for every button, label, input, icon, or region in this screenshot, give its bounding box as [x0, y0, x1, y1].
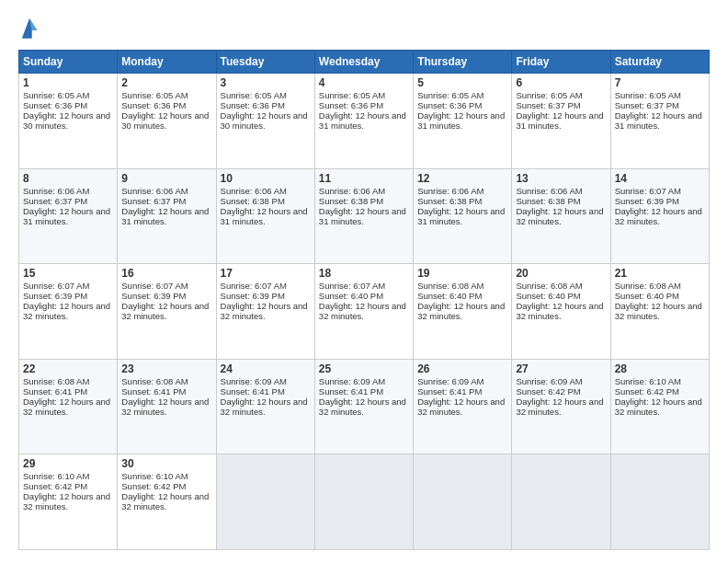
calendar-cell: 9Sunrise: 6:06 AMSunset: 6:37 PMDaylight…	[118, 168, 216, 264]
daylight-label: Daylight: 12 hours and 32 minutes.	[23, 301, 110, 321]
daylight-label: Daylight: 12 hours and 32 minutes.	[23, 396, 110, 417]
daylight-label: Daylight: 12 hours and 31 minutes.	[516, 110, 603, 131]
weekday-header: Monday	[118, 51, 216, 74]
day-number: 25	[319, 362, 409, 375]
calendar-cell: 20Sunrise: 6:08 AMSunset: 6:40 PMDayligh…	[512, 264, 610, 360]
sunrise-label: Sunrise: 6:05 AM	[121, 90, 188, 100]
sunrise-label: Sunrise: 6:06 AM	[23, 186, 89, 196]
sunset-label: Sunset: 6:37 PM	[23, 196, 87, 206]
daylight-label: Daylight: 12 hours and 31 minutes.	[417, 206, 505, 226]
sunrise-label: Sunrise: 6:07 AM	[121, 281, 188, 291]
sunrise-label: Sunrise: 6:09 AM	[221, 376, 287, 386]
sunset-label: Sunset: 6:40 PM	[417, 291, 482, 301]
daylight-label: Daylight: 12 hours and 32 minutes.	[121, 301, 209, 321]
calendar-cell: 18Sunrise: 6:07 AMSunset: 6:40 PMDayligh…	[314, 264, 413, 360]
daylight-label: Daylight: 12 hours and 32 minutes.	[319, 396, 406, 417]
sunset-label: Sunset: 6:38 PM	[516, 196, 580, 206]
sunrise-label: Sunrise: 6:07 AM	[221, 281, 287, 291]
day-number: 19	[417, 267, 507, 280]
daylight-label: Daylight: 12 hours and 30 minutes.	[121, 110, 209, 131]
sunrise-label: Sunrise: 6:09 AM	[417, 376, 483, 386]
daylight-label: Daylight: 12 hours and 32 minutes.	[516, 206, 603, 226]
sunset-label: Sunset: 6:36 PM	[221, 100, 285, 110]
day-number: 13	[516, 172, 606, 185]
calendar-cell: 22Sunrise: 6:08 AMSunset: 6:41 PMDayligh…	[19, 359, 118, 454]
sunset-label: Sunset: 6:36 PM	[121, 100, 186, 110]
weekday-header: Sunday	[19, 51, 118, 74]
daylight-label: Daylight: 12 hours and 32 minutes.	[615, 301, 702, 321]
daylight-label: Daylight: 12 hours and 32 minutes.	[615, 396, 702, 417]
day-number: 12	[417, 172, 507, 185]
sunrise-label: Sunrise: 6:07 AM	[23, 281, 89, 291]
day-number: 22	[23, 362, 113, 375]
sunset-label: Sunset: 6:37 PM	[121, 196, 186, 206]
daylight-label: Daylight: 12 hours and 32 minutes.	[121, 491, 209, 511]
day-number: 1	[23, 76, 113, 89]
sunrise-label: Sunrise: 6:05 AM	[23, 90, 89, 100]
day-number: 17	[221, 267, 311, 280]
daylight-label: Daylight: 12 hours and 32 minutes.	[319, 301, 406, 321]
daylight-label: Daylight: 12 hours and 31 minutes.	[221, 206, 308, 226]
sunset-label: Sunset: 6:41 PM	[417, 386, 482, 396]
sunrise-label: Sunrise: 6:08 AM	[516, 281, 582, 291]
day-number: 21	[615, 267, 705, 280]
daylight-label: Daylight: 12 hours and 31 minutes.	[615, 110, 702, 131]
sunrise-label: Sunrise: 6:07 AM	[319, 281, 385, 291]
sunset-label: Sunset: 6:38 PM	[417, 196, 482, 206]
day-number: 4	[319, 76, 409, 89]
day-number: 9	[121, 172, 211, 185]
sunset-label: Sunset: 6:36 PM	[417, 100, 482, 110]
sunrise-label: Sunrise: 6:09 AM	[319, 376, 385, 386]
day-number: 23	[121, 362, 211, 375]
calendar-cell: 1Sunrise: 6:05 AMSunset: 6:36 PMDaylight…	[19, 74, 118, 169]
calendar-cell: 14Sunrise: 6:07 AMSunset: 6:39 PMDayligh…	[610, 168, 709, 264]
sunset-label: Sunset: 6:41 PM	[221, 386, 285, 396]
calendar-cell: 17Sunrise: 6:07 AMSunset: 6:39 PMDayligh…	[216, 264, 314, 360]
calendar-cell: 30Sunrise: 6:10 AMSunset: 6:42 PMDayligh…	[118, 454, 216, 550]
sunset-label: Sunset: 6:38 PM	[319, 196, 383, 206]
sunrise-label: Sunrise: 6:07 AM	[615, 186, 681, 196]
day-number: 5	[417, 76, 507, 89]
calendar-cell: 4Sunrise: 6:05 AMSunset: 6:36 PMDaylight…	[314, 74, 413, 169]
day-number: 16	[121, 267, 211, 280]
sunset-label: Sunset: 6:38 PM	[221, 196, 285, 206]
sunrise-label: Sunrise: 6:06 AM	[319, 186, 385, 196]
sunrise-label: Sunrise: 6:08 AM	[23, 376, 89, 386]
calendar-cell: 11Sunrise: 6:06 AMSunset: 6:38 PMDayligh…	[314, 168, 413, 264]
sunset-label: Sunset: 6:42 PM	[516, 386, 580, 396]
calendar-cell	[610, 454, 709, 550]
sunset-label: Sunset: 6:41 PM	[23, 386, 87, 396]
calendar-cell: 27Sunrise: 6:09 AMSunset: 6:42 PMDayligh…	[512, 359, 610, 454]
daylight-label: Daylight: 12 hours and 30 minutes.	[23, 110, 110, 131]
sunset-label: Sunset: 6:40 PM	[319, 291, 383, 301]
calendar-cell	[414, 454, 512, 550]
weekday-header: Friday	[512, 51, 610, 74]
weekday-header: Saturday	[610, 51, 709, 74]
sunset-label: Sunset: 6:39 PM	[23, 291, 87, 301]
day-number: 30	[121, 457, 211, 470]
daylight-label: Daylight: 12 hours and 31 minutes.	[319, 206, 406, 226]
calendar-cell: 24Sunrise: 6:09 AMSunset: 6:41 PMDayligh…	[216, 359, 314, 454]
calendar-cell: 19Sunrise: 6:08 AMSunset: 6:40 PMDayligh…	[414, 264, 512, 360]
daylight-label: Daylight: 12 hours and 32 minutes.	[121, 396, 209, 417]
sunset-label: Sunset: 6:39 PM	[121, 291, 186, 301]
calendar-cell: 5Sunrise: 6:05 AMSunset: 6:36 PMDaylight…	[414, 74, 512, 169]
weekday-header: Thursday	[414, 51, 512, 74]
sunrise-label: Sunrise: 6:05 AM	[221, 90, 287, 100]
sunset-label: Sunset: 6:39 PM	[221, 291, 285, 301]
day-number: 24	[221, 362, 311, 375]
sunset-label: Sunset: 6:40 PM	[615, 291, 679, 301]
calendar-cell: 29Sunrise: 6:10 AMSunset: 6:42 PMDayligh…	[19, 454, 118, 550]
sunset-label: Sunset: 6:39 PM	[615, 196, 679, 206]
daylight-label: Daylight: 12 hours and 32 minutes.	[221, 301, 308, 321]
sunrise-label: Sunrise: 6:08 AM	[417, 281, 483, 291]
calendar-cell: 26Sunrise: 6:09 AMSunset: 6:41 PMDayligh…	[414, 359, 512, 454]
sunset-label: Sunset: 6:42 PM	[121, 481, 186, 491]
day-number: 14	[615, 172, 705, 185]
weekday-header: Tuesday	[216, 51, 314, 74]
sunrise-label: Sunrise: 6:09 AM	[516, 376, 582, 386]
daylight-label: Daylight: 12 hours and 32 minutes.	[221, 396, 308, 417]
calendar-cell: 8Sunrise: 6:06 AMSunset: 6:37 PMDaylight…	[19, 168, 118, 264]
logo-icon	[20, 15, 39, 40]
calendar-cell: 16Sunrise: 6:07 AMSunset: 6:39 PMDayligh…	[118, 264, 216, 360]
